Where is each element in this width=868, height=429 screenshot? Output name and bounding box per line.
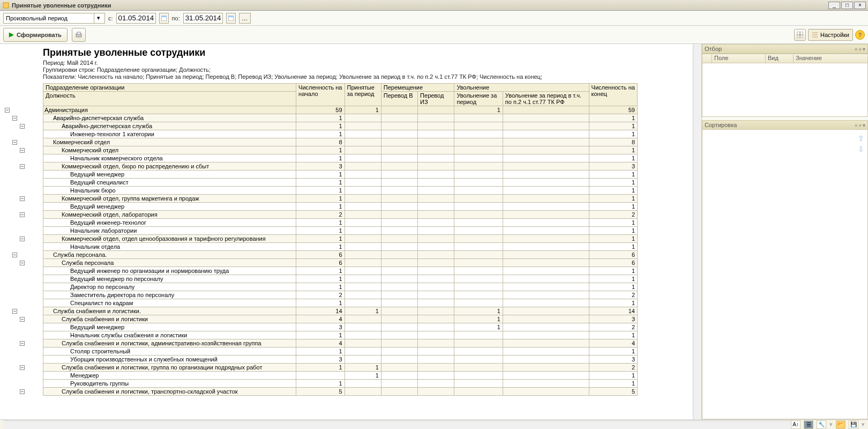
tree-toggle[interactable]: − — [5, 108, 10, 113]
sb-table-button[interactable]: ☰ — [804, 420, 813, 429]
row-name-cell: −Коммерческий отдел — [43, 146, 296, 154]
calendar-to-button[interactable] — [226, 13, 236, 24]
sb-open-button[interactable]: 📂 — [836, 420, 845, 429]
table-row[interactable]: Специалист по кадрам11 — [43, 299, 638, 307]
tree-toggle[interactable]: − — [20, 164, 25, 169]
value-cell — [345, 219, 381, 227]
table-row[interactable]: −Аварийно-диспетчерская служба11 — [43, 114, 638, 122]
tree-toggle[interactable]: − — [12, 116, 17, 121]
period-type-select[interactable]: Произвольный период ▾ — [3, 13, 105, 24]
table-row[interactable]: Руководитель группы11 — [43, 380, 638, 388]
table-row[interactable]: Уборщик производственных и служебных пом… — [43, 356, 638, 364]
period-more-button[interactable]: … — [239, 13, 251, 24]
table-row[interactable]: Ведущий специалист11 — [43, 179, 638, 187]
table-row[interactable]: Заместитель директора по персоналу22 — [43, 291, 638, 299]
table-row[interactable]: Ведущий инженер по организации и нормиро… — [43, 267, 638, 275]
close-button[interactable]: × — [854, 2, 866, 9]
value-cell — [381, 388, 417, 396]
value-cell: 1 — [296, 122, 345, 130]
sort-expand-icon[interactable]: » — [858, 122, 862, 128]
table-row[interactable]: Столяр строительный11 — [43, 347, 638, 356]
panel-expand-icon[interactable]: » — [858, 46, 862, 52]
tree-toggle[interactable]: − — [20, 124, 25, 129]
tree-toggle[interactable]: − — [20, 341, 25, 346]
tree-toggle[interactable]: − — [20, 365, 25, 370]
value-cell — [345, 195, 381, 203]
table-row[interactable]: Ведущий менеджер11 — [43, 171, 638, 179]
table-row[interactable]: −Служба снабжения и логистики413 — [43, 315, 638, 323]
table-row[interactable]: −Коммерческий отдел, группа маркетинга и… — [43, 195, 638, 203]
table-row[interactable]: −Коммерческий отдел11 — [43, 146, 638, 154]
value-cell: 2 — [589, 364, 637, 372]
table-row[interactable]: −Служба персонала66 — [43, 259, 638, 267]
row-name-cell: Ведущий менеджер по персоналу — [43, 275, 296, 283]
tree-toggle[interactable]: − — [20, 261, 25, 265]
table-row[interactable]: Ведущий менеджер по персоналу11 — [43, 275, 638, 283]
value-cell — [503, 171, 589, 179]
table-row[interactable]: −Коммерческий отдел, лаборатория22 — [43, 211, 638, 219]
table-row[interactable]: Директор по персоналу11 — [43, 283, 638, 291]
sort-body[interactable]: ⇧ ⇩ — [702, 130, 868, 419]
value-cell — [345, 291, 381, 299]
table-row[interactable]: Начальник отдела11 — [43, 243, 638, 251]
sort-menu-icon[interactable]: ▾ — [863, 122, 865, 128]
table-row[interactable]: −Коммерческий отдел, отдел ценообразован… — [43, 235, 638, 243]
sb-font-button[interactable]: A↕ — [791, 420, 800, 429]
tree-toggle[interactable]: − — [20, 148, 25, 153]
tree-toggle[interactable]: − — [20, 236, 25, 241]
horizontal-scrollbar[interactable] — [3, 420, 791, 429]
dropdown-icon[interactable]: ▾ — [94, 13, 102, 23]
generate-button[interactable]: ▶ Сформировать — [3, 28, 68, 42]
panel-menu-icon[interactable]: ▾ — [863, 46, 865, 52]
grid-button[interactable] — [794, 29, 806, 41]
panel-collapse-icon[interactable]: « — [855, 46, 858, 52]
vertical-scrollbar[interactable] — [693, 44, 701, 419]
tree-toggle[interactable]: − — [12, 140, 17, 145]
table-row[interactable]: Начальник бюро11 — [43, 187, 638, 195]
sort-collapse-icon[interactable]: « — [855, 122, 858, 128]
table-row[interactable]: −Администрация591159 — [43, 106, 638, 114]
help-button[interactable]: ? — [855, 30, 865, 40]
table-row[interactable]: −Служба снабжения и логистики, транспорт… — [43, 388, 638, 396]
table-row[interactable]: −Служба персонала.66 — [43, 251, 638, 259]
table-row[interactable]: −Коммерческий отдел88 — [43, 138, 638, 146]
tree-toggle[interactable]: − — [20, 317, 25, 322]
value-cell: 1 — [296, 299, 345, 307]
settings-button[interactable]: Настройки — [808, 29, 853, 41]
table-row[interactable]: Ведущий менеджер11 — [43, 203, 638, 211]
table-row[interactable]: Инженер-технолог 1 категории11 — [43, 130, 638, 138]
filter-body[interactable] — [702, 63, 868, 117]
sb-wrench-button[interactable]: 🔧 — [817, 420, 826, 429]
tree-toggle[interactable]: − — [12, 253, 17, 257]
maximize-button[interactable]: □ — [841, 2, 853, 9]
row-name-cell: Столяр строительный — [43, 347, 296, 356]
table-row[interactable]: Начальник службы снабжения и логистики11 — [43, 331, 638, 339]
value-cell — [454, 299, 503, 307]
tree-toggle[interactable]: − — [20, 196, 25, 201]
table-row[interactable]: Начальник коммерческого отдела11 — [43, 154, 638, 162]
row-name-cell: Начальник службы снабжения и логистики — [43, 331, 296, 339]
print-button[interactable] — [72, 28, 86, 42]
value-cell: 1 — [296, 114, 345, 122]
date-from-input[interactable] — [116, 13, 156, 24]
calendar-from-button[interactable] — [159, 13, 169, 24]
table-row[interactable]: Начальник лаборатории11 — [43, 227, 638, 235]
value-cell — [454, 372, 503, 380]
move-up-button[interactable]: ⇧ — [858, 134, 865, 142]
tree-toggle[interactable]: − — [12, 309, 17, 314]
minimize-button[interactable]: _ — [828, 2, 840, 9]
table-row[interactable]: −Служба снабжения и логистики, администр… — [43, 339, 638, 347]
side-panel: Отбор «»▾ Поле Вид ср... Значение Сортир… — [702, 44, 868, 419]
tree-toggle[interactable]: − — [20, 212, 25, 217]
date-to-input[interactable] — [183, 13, 223, 24]
tree-toggle[interactable]: − — [20, 389, 25, 394]
sb-save-button[interactable]: 💾 — [849, 420, 858, 429]
table-row[interactable]: −Коммерческий отдел, бюро по распределен… — [43, 162, 638, 171]
table-row[interactable]: Ведущий инженер-технолог11 — [43, 219, 638, 227]
move-down-button[interactable]: ⇩ — [858, 145, 865, 152]
table-row[interactable]: Ведущий менеджер312 — [43, 323, 638, 331]
table-row[interactable]: −Служба снабжения и логистики.141114 — [43, 307, 638, 315]
table-row[interactable]: −Служба снабжения и логистики, группа по… — [43, 364, 638, 372]
table-row[interactable]: −Аварийно-диспетчерская служба11 — [43, 122, 638, 130]
table-row[interactable]: Менеджер11 — [43, 372, 638, 380]
